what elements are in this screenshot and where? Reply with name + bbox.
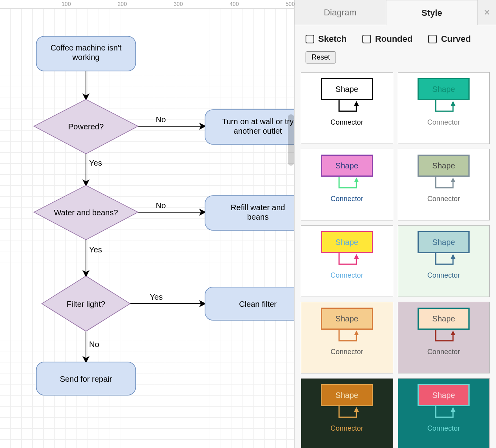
edge-water-no[interactable]: No — [138, 201, 205, 212]
checkbox-box-icon — [306, 35, 314, 43]
checkbox-box-icon — [362, 35, 371, 43]
swatch-connector-icon — [327, 253, 367, 271]
checkbox-rounded[interactable]: Rounded — [362, 34, 412, 44]
swatch-shape: Shape — [321, 78, 373, 100]
node-clean[interactable]: Clean filter — [205, 287, 294, 320]
style-swatches: Shape Connector Shape Connector Shape Co… — [295, 72, 496, 448]
svg-text:Yes: Yes — [150, 293, 163, 301]
checkbox-label: Rounded — [375, 34, 412, 44]
swatch-connector-label: Connector — [330, 195, 363, 203]
side-panel: Diagram Style × Sketch Rounded Curved Re… — [294, 0, 496, 448]
svg-text:No: No — [156, 115, 166, 124]
tab-diagram[interactable]: Diagram — [295, 0, 386, 25]
edge-powered-yes[interactable]: Yes — [86, 154, 102, 185]
ruler-tick: 100 — [62, 1, 71, 7]
close-panel-button[interactable]: × — [478, 0, 496, 25]
style-swatch-6[interactable]: Shape Connector — [301, 302, 393, 373]
style-swatch-9[interactable]: Shape Connector — [398, 378, 490, 448]
swatch-shape: Shape — [418, 308, 470, 330]
svg-text:No: No — [156, 201, 166, 210]
style-swatch-8[interactable]: Shape Connector — [301, 378, 393, 448]
style-swatch-0[interactable]: Shape Connector — [301, 72, 393, 144]
swatch-connector-label: Connector — [427, 195, 460, 203]
swatch-connector-label: Connector — [427, 271, 460, 280]
edge-filter-yes[interactable]: Yes — [130, 293, 205, 304]
ruler-horizontal: 100200300400500 — [0, 0, 294, 9]
svg-text:Clean filter: Clean filter — [239, 300, 277, 308]
swatch-shape: Shape — [418, 384, 470, 406]
edge-filter-no[interactable]: No — [86, 331, 99, 362]
svg-text:Powered?: Powered? — [68, 122, 104, 131]
canvas-scrollbar[interactable] — [288, 114, 294, 166]
ruler-tick: 400 — [229, 1, 239, 7]
node-water[interactable]: Water and beans? — [34, 185, 138, 240]
swatch-connector-icon — [424, 177, 463, 194]
swatch-shape: Shape — [321, 384, 373, 406]
swatch-connector-icon — [327, 406, 367, 424]
swatch-shape: Shape — [321, 231, 373, 253]
swatch-shape: Shape — [418, 155, 470, 177]
svg-text:Send for repair: Send for repair — [60, 375, 112, 383]
style-swatch-7[interactable]: Shape Connector — [398, 302, 490, 373]
swatch-connector-label: Connector — [330, 348, 363, 356]
swatch-connector-label: Connector — [427, 424, 460, 433]
node-powered[interactable]: Powered? — [34, 99, 138, 154]
swatch-connector-label: Connector — [427, 348, 460, 356]
style-swatch-1[interactable]: Shape Connector — [398, 72, 490, 144]
node-outlet[interactable]: Turn on at wall or tryanother outlet — [205, 110, 294, 144]
swatch-connector-icon — [327, 177, 367, 194]
ruler-tick: 500 — [285, 1, 295, 7]
svg-text:Filter light?: Filter light? — [67, 300, 105, 308]
node-start[interactable]: Coffee machine isn'tworking — [36, 36, 136, 71]
swatch-connector-icon — [327, 100, 367, 118]
svg-text:Yes: Yes — [89, 159, 102, 167]
checkbox-label: Sketch — [318, 34, 347, 44]
style-options: Sketch Rounded Curved Reset — [295, 25, 496, 72]
checkbox-sketch[interactable]: Sketch — [306, 34, 347, 44]
edge-powered-no[interactable]: No — [138, 115, 205, 126]
svg-text:Yes: Yes — [89, 245, 102, 254]
edge-water-yes[interactable]: Yes — [86, 240, 102, 276]
node-filter[interactable]: Filter light? — [42, 276, 130, 331]
flowchart-svg: No Yes No Yes Yes No — [0, 0, 294, 448]
swatch-connector-icon — [424, 330, 463, 347]
swatch-connector-label: Connector — [330, 118, 363, 127]
diagram-canvas[interactable]: 100200300400500 No Yes No — [0, 0, 294, 448]
reset-button[interactable]: Reset — [306, 51, 336, 63]
style-swatch-2[interactable]: Shape Connector — [301, 149, 393, 220]
swatch-connector-icon — [424, 253, 463, 271]
panel-tabs: Diagram Style × — [295, 0, 496, 25]
tab-style[interactable]: Style — [386, 0, 478, 25]
svg-text:Water and beans?: Water and beans? — [54, 208, 118, 217]
node-refill[interactable]: Refill water andbeans — [205, 196, 294, 230]
swatch-connector-icon — [327, 330, 367, 347]
style-swatch-4[interactable]: Shape Connector — [301, 225, 393, 297]
swatch-shape: Shape — [321, 308, 373, 330]
swatch-connector-label: Connector — [427, 118, 460, 127]
ruler-tick: 200 — [117, 1, 127, 7]
swatch-connector-label: Connector — [330, 271, 363, 280]
swatch-connector-icon — [424, 406, 463, 424]
svg-text:No: No — [89, 340, 99, 349]
ruler-tick: 300 — [173, 1, 183, 7]
node-repair[interactable]: Send for repair — [36, 362, 136, 395]
checkbox-label: Curved — [441, 34, 471, 44]
swatch-shape: Shape — [418, 231, 470, 253]
swatch-connector-label: Connector — [330, 424, 363, 433]
swatch-shape: Shape — [321, 155, 373, 177]
style-swatch-3[interactable]: Shape Connector — [398, 149, 490, 220]
checkbox-curved[interactable]: Curved — [428, 34, 471, 44]
swatch-connector-icon — [424, 100, 463, 118]
swatch-shape: Shape — [418, 78, 470, 100]
style-swatch-5[interactable]: Shape Connector — [398, 225, 490, 297]
checkbox-box-icon — [428, 35, 437, 43]
